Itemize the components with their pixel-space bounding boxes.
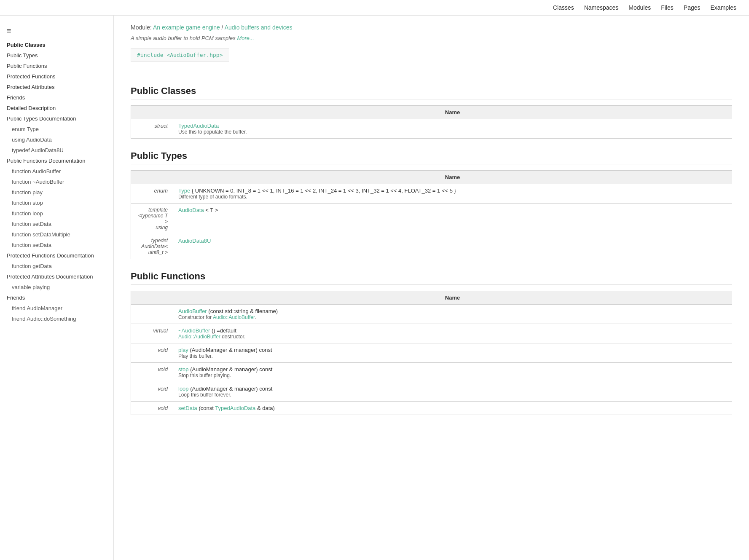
- audio-audiobuffer-link[interactable]: Audio::AudioBuffer: [213, 314, 255, 320]
- sidebar-item[interactable]: Detailed Description: [0, 103, 113, 113]
- public-classes-heading: Public Classes: [131, 86, 732, 99]
- sidebar-item[interactable]: Public Functions: [0, 61, 113, 71]
- public-types-col-name: Name: [173, 171, 732, 184]
- table-row: void play (AudioManager & manager) const…: [131, 343, 732, 363]
- nav-examples[interactable]: Examples: [711, 4, 736, 11]
- audiodata-link[interactable]: AudioData: [178, 207, 204, 213]
- sidebar-item[interactable]: typedef AudioData8U: [0, 145, 113, 155]
- breadcrumb-prefix: Module:: [131, 24, 152, 31]
- struct-label: struct: [131, 119, 173, 139]
- play-cell: play (AudioManager & manager) const Play…: [173, 343, 732, 363]
- sidebar-item[interactable]: Friends: [0, 292, 113, 303]
- breadcrumb: Module: An example game engine / Audio b…: [131, 24, 732, 31]
- sidebar-item[interactable]: function setDataMultiple: [0, 229, 113, 240]
- play-link[interactable]: play: [178, 347, 188, 353]
- sidebar-item[interactable]: Public Types Documentation: [0, 113, 113, 124]
- stop-desc: Stop this buffer playing.: [178, 372, 727, 378]
- sidebar-item[interactable]: Protected Attributes: [0, 82, 113, 92]
- template-label: template <typename T >using: [131, 204, 173, 234]
- top-navigation: Classes Namespaces Modules Files Pages E…: [0, 0, 749, 16]
- sidebar-item[interactable]: friend AudioManager: [0, 303, 113, 313]
- stop-link[interactable]: stop: [178, 366, 189, 372]
- typed-audio-data-link[interactable]: TypedAudioData: [178, 123, 219, 129]
- public-functions-table: Name AudioBuffer (const std::string & fi…: [131, 291, 732, 415]
- sidebar-item[interactable]: function stop: [0, 198, 113, 208]
- hamburger-icon[interactable]: ≡: [0, 22, 113, 40]
- sidebar-item[interactable]: function getData: [0, 261, 113, 271]
- type-desc: Different type of audio formats.: [178, 194, 727, 200]
- sidebar-item[interactable]: enum Type: [0, 124, 113, 134]
- table-row: virtual ~AudioBuffer () =default Audio::…: [131, 324, 732, 343]
- loop-desc: Loop this buffer forever.: [178, 392, 727, 398]
- audiodata-suffix: < T >: [205, 207, 218, 213]
- audiobuffer-desc: Constructor for Audio::AudioBuffer.: [178, 314, 727, 320]
- page-subtitle: A simple audio buffer to hold PCM sample…: [131, 35, 732, 41]
- destructor-cell: ~AudioBuffer () =default Audio::AudioBuf…: [173, 324, 732, 343]
- nav-modules[interactable]: Modules: [628, 4, 651, 11]
- public-types-table: Name enum Type { UNKNOWN = 0, INT_8 = 1 …: [131, 170, 732, 259]
- sidebar-item[interactable]: Protected Functions Documentation: [0, 250, 113, 261]
- include-file: <AudioBuffer.hpp>: [166, 52, 223, 58]
- setdata-suffix: (const TypedAudioData & data): [199, 405, 274, 411]
- audio-audiobuffer-link2[interactable]: Audio::AudioBuffer: [178, 334, 220, 340]
- type-link[interactable]: Type: [178, 188, 190, 194]
- public-functions-heading: Public Functions: [131, 271, 732, 285]
- sidebar-item[interactable]: function ~AudioBuffer: [0, 177, 113, 187]
- audiobuffer-cell: AudioBuffer (const std::string & filenam…: [173, 305, 732, 324]
- audiodata8u-link[interactable]: AudioData8U: [178, 238, 211, 244]
- sidebar-item[interactable]: Protected Functions: [0, 71, 113, 82]
- breadcrumb-sep: /: [222, 24, 225, 31]
- sidebar-item[interactable]: Friends: [0, 92, 113, 103]
- void-setdata-label: void: [131, 402, 173, 415]
- main-content: Module: An example game engine / Audio b…: [114, 16, 749, 560]
- sidebar-item[interactable]: using AudioData: [0, 134, 113, 145]
- breadcrumb-link2[interactable]: Audio buffers and devices: [225, 24, 293, 31]
- sidebar-item[interactable]: Public Classes: [0, 40, 113, 50]
- nav-files[interactable]: Files: [661, 4, 674, 11]
- play-suffix: (AudioManager & manager) const: [190, 347, 272, 353]
- loop-link[interactable]: loop: [178, 386, 189, 392]
- sidebar-item[interactable]: Public Types: [0, 50, 113, 61]
- sidebar-item[interactable]: function setData: [0, 240, 113, 250]
- sidebar-item[interactable]: function setData: [0, 219, 113, 229]
- void-loop-label: void: [131, 382, 173, 402]
- table-row: void loop (AudioManager & manager) const…: [131, 382, 732, 402]
- nav-pages[interactable]: Pages: [684, 4, 701, 11]
- public-types-heading: Public Types: [131, 150, 732, 164]
- loop-cell: loop (AudioManager & manager) const Loop…: [173, 382, 732, 402]
- table-row: typedef AudioData< uint8_t > AudioData8U: [131, 234, 732, 259]
- public-classes-col-empty: [131, 106, 173, 119]
- typedaudiodata-link2[interactable]: TypedAudioData: [215, 405, 255, 411]
- table-row: struct TypedAudioData Use this to popula…: [131, 119, 732, 139]
- audiobuffer-label: [131, 305, 173, 324]
- include-block: #include <AudioBuffer.hpp>: [131, 48, 229, 62]
- sidebar-item[interactable]: function AudioBuffer: [0, 166, 113, 177]
- sidebar-item[interactable]: Public Functions Documentation: [0, 155, 113, 166]
- void-stop-label: void: [131, 363, 173, 382]
- virtual-label: virtual: [131, 324, 173, 343]
- nav-namespaces[interactable]: Namespaces: [584, 4, 619, 11]
- stop-cell: stop (AudioManager & manager) const Stop…: [173, 363, 732, 382]
- table-row: AudioBuffer (const std::string & filenam…: [131, 305, 732, 324]
- public-functions-col-empty: [131, 291, 173, 305]
- destructor-link[interactable]: ~AudioBuffer: [178, 327, 210, 334]
- audiobuffer-link[interactable]: AudioBuffer: [178, 308, 207, 314]
- sidebar-item[interactable]: friend Audio::doSomething: [0, 313, 113, 324]
- sidebar-item[interactable]: function play: [0, 187, 113, 198]
- audiodata-cell: AudioData < T >: [173, 204, 732, 234]
- sidebar-item[interactable]: variable playing: [0, 282, 113, 292]
- sidebar-item[interactable]: function loop: [0, 208, 113, 219]
- public-types-col-empty: [131, 171, 173, 184]
- more-link[interactable]: More...: [237, 35, 254, 41]
- nav-classes[interactable]: Classes: [553, 4, 574, 11]
- typedef-label: typedef AudioData< uint8_t >: [131, 234, 173, 259]
- void-play-label: void: [131, 343, 173, 363]
- sidebar-item[interactable]: Protected Attributes Documentation: [0, 271, 113, 282]
- breadcrumb-link1[interactable]: An example game engine: [153, 24, 220, 31]
- loop-suffix: (AudioManager & manager) const: [190, 386, 272, 392]
- setdata-cell: setData (const TypedAudioData & data): [173, 402, 732, 415]
- audiobuffer-suffix: (const std::string & filename): [208, 308, 278, 314]
- setdata-link[interactable]: setData: [178, 405, 197, 411]
- destructor-desc: Audio::AudioBuffer destructor.: [178, 334, 727, 340]
- table-row: template <typename T >using AudioData < …: [131, 204, 732, 234]
